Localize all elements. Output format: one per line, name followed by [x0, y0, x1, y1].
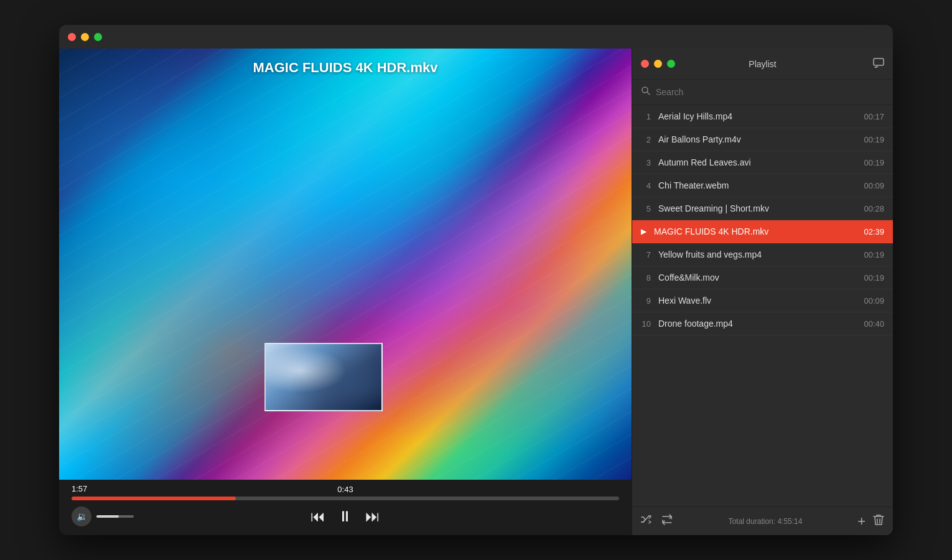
hover-time-display: 0:43 [72, 485, 619, 494]
pause-button[interactable]: ⏸ [338, 508, 353, 525]
controls-row: 🔉 ⏮ ⏸ ⏭ [72, 508, 619, 525]
video-background[interactable] [59, 49, 632, 480]
playlist-maximize-button[interactable] [667, 60, 675, 68]
playlist-item[interactable]: 9 Hexi Wave.flv 00:09 [632, 289, 893, 312]
repeat-button[interactable] [661, 514, 673, 528]
item-duration: 00:19 [864, 273, 884, 282]
progress-container: 1:57 [72, 497, 619, 500]
playlist-item[interactable]: 1 Aerial Icy Hills.mp4 00:17 [632, 105, 893, 128]
delete-icon [873, 516, 884, 528]
playlist-close-button[interactable] [641, 60, 649, 68]
item-duration: 00:19 [864, 158, 884, 167]
chat-icon[interactable] [873, 58, 884, 70]
volume-fill [96, 515, 119, 518]
search-input[interactable] [656, 87, 884, 97]
volume-slider[interactable] [96, 515, 134, 518]
item-duration: 00:09 [864, 296, 884, 306]
item-number: 1 [641, 112, 651, 121]
pause-icon: ⏸ [338, 508, 353, 525]
svg-line-2 [647, 92, 650, 95]
item-name: Autumn Red Leaves.avi [658, 157, 856, 167]
item-name: Air Ballons Party.m4v [658, 134, 856, 144]
item-name: Sweet Dreaming | Short.mkv [658, 203, 856, 213]
playlist-panel: Playlist [632, 49, 893, 535]
item-name: Hexi Wave.flv [658, 296, 856, 306]
playlist-item[interactable]: 10 Drone footage.mp4 00:40 [632, 312, 893, 335]
item-name: Yellow fruits and vegs.mp4 [658, 250, 856, 259]
playlist-title-bar: Playlist [632, 49, 893, 80]
add-icon: + [857, 513, 866, 529]
item-name: Drone footage.mp4 [658, 319, 856, 329]
volume-button[interactable]: 🔉 [72, 506, 91, 526]
video-title: MAGIC FLUIDS 4K HDR.mkv [59, 60, 632, 76]
video-area: MAGIC FLUIDS 4K HDR.mkv 0:43 1:57 🔉 [59, 49, 632, 535]
prev-button[interactable]: ⏮ [310, 508, 325, 525]
playlist-title: Playlist [749, 59, 776, 69]
playlist-items: 1 Aerial Icy Hills.mp4 00:17 2 Air Ballo… [632, 105, 893, 506]
maximize-button[interactable] [94, 33, 102, 41]
main-content: MAGIC FLUIDS 4K HDR.mkv 0:43 1:57 🔉 [59, 49, 893, 535]
playlist-item[interactable]: 7 Yellow fruits and vegs.mp4 00:19 [632, 243, 893, 266]
item-number: 4 [641, 181, 651, 190]
traffic-lights [68, 33, 102, 41]
controls-bar: 0:43 1:57 🔉 [59, 480, 632, 535]
search-bar [632, 80, 893, 105]
shuffle-icon [641, 515, 653, 528]
item-name: Coffe&Milk.mov [658, 273, 856, 282]
app-window: MAGIC FLUIDS 4K HDR.mkv 0:43 1:57 🔉 [59, 25, 893, 535]
progress-fill [72, 497, 236, 500]
minimize-button[interactable] [81, 33, 89, 41]
item-number: 7 [641, 250, 651, 259]
item-duration: 00:40 [864, 319, 884, 329]
search-icon [641, 86, 651, 98]
item-duration: 00:19 [864, 250, 884, 259]
item-duration: 00:17 [864, 112, 884, 121]
playlist-minimize-button[interactable] [654, 60, 662, 68]
volume-icon: 🔉 [77, 511, 87, 521]
current-time-label: 1:57 [72, 484, 87, 493]
svg-rect-0 [874, 58, 884, 65]
playlist-item[interactable]: 8 Coffe&Milk.mov 00:19 [632, 266, 893, 289]
thumbnail-preview [264, 343, 383, 411]
item-number: 2 [641, 135, 651, 144]
play-icon: ▶ [641, 227, 646, 236]
playlist-traffic-lights [641, 60, 675, 68]
item-duration: 00:09 [864, 181, 884, 190]
item-number: 8 [641, 273, 651, 282]
item-duration: 02:39 [864, 227, 884, 236]
total-duration: Total duration: 4:55:14 [681, 517, 850, 526]
item-number: 10 [641, 319, 651, 329]
add-button[interactable]: + [857, 515, 866, 528]
item-number: 5 [641, 204, 651, 213]
item-duration: 00:28 [864, 204, 884, 213]
next-icon: ⏭ [365, 508, 380, 525]
title-bar [59, 25, 893, 49]
item-name: Aerial Icy Hills.mp4 [658, 111, 856, 121]
playlist-item[interactable]: 3 Autumn Red Leaves.avi 00:19 [632, 151, 893, 174]
item-duration: 00:19 [864, 135, 884, 144]
progress-track[interactable] [72, 497, 619, 500]
playlist-item[interactable]: ▶ MAGIC FLUIDS 4K HDR.mkv 02:39 [632, 220, 893, 243]
delete-button[interactable] [873, 513, 884, 529]
next-button[interactable]: ⏭ [365, 508, 380, 525]
volume-area: 🔉 [72, 506, 134, 526]
repeat-icon [661, 514, 673, 528]
shuffle-button[interactable] [641, 515, 653, 528]
item-name: Chi Theater.webm [658, 180, 856, 190]
playlist-item[interactable]: 4 Chi Theater.webm 00:09 [632, 174, 893, 197]
prev-icon: ⏮ [310, 508, 325, 525]
playlist-item[interactable]: 5 Sweet Dreaming | Short.mkv 00:28 [632, 197, 893, 220]
playlist-item[interactable]: 2 Air Ballons Party.m4v 00:19 [632, 128, 893, 151]
playlist-footer: Total duration: 4:55:14 + [632, 506, 893, 535]
item-number: 9 [641, 296, 651, 306]
chat-svg [873, 58, 884, 68]
item-name: MAGIC FLUIDS 4K HDR.mkv [654, 226, 856, 236]
close-button[interactable] [68, 33, 76, 41]
item-number: 3 [641, 158, 651, 167]
